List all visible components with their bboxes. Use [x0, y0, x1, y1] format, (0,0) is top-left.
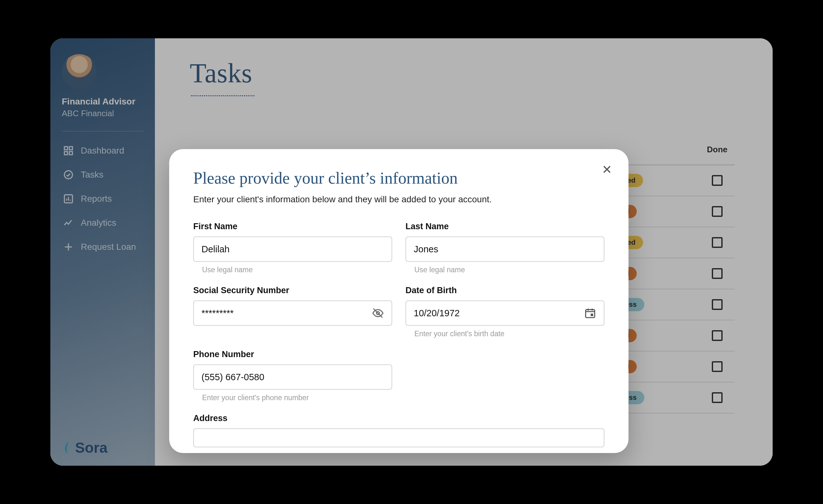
- ssn-label: Social Security Number: [193, 286, 392, 295]
- svg-rect-7: [586, 310, 595, 317]
- calendar-icon[interactable]: [584, 307, 596, 319]
- svg-rect-1: [69, 147, 72, 150]
- dob-label: Date of Birth: [405, 286, 605, 295]
- last-name-input-wrap[interactable]: [405, 237, 605, 262]
- done-checkbox[interactable]: [712, 206, 722, 217]
- address-input[interactable]: [201, 433, 596, 443]
- svg-rect-3: [69, 152, 72, 155]
- svg-rect-2: [64, 152, 67, 155]
- close-button[interactable]: [599, 162, 615, 177]
- address-input-wrap[interactable]: [193, 428, 605, 447]
- done-checkbox[interactable]: [712, 268, 722, 279]
- client-info-modal: Please provide your client’s information…: [169, 149, 629, 453]
- phone-label: Phone Number: [193, 349, 392, 359]
- avatar[interactable]: [62, 54, 97, 89]
- sidebar-item-request-loan[interactable]: Request Loan: [62, 236, 144, 258]
- field-address: Address: [193, 414, 605, 447]
- done-checkbox[interactable]: [712, 392, 722, 403]
- col-done-header: Done: [700, 145, 734, 155]
- brand: Sora: [62, 439, 144, 456]
- user-org: ABC Financial: [62, 108, 144, 118]
- field-dob: Date of Birth Enter your client's birth …: [405, 286, 605, 338]
- field-ssn: Social Security Number: [193, 286, 392, 338]
- bar-chart-icon: [63, 194, 74, 204]
- check-circle-icon: [63, 169, 74, 180]
- sidebar-item-reports[interactable]: Reports: [62, 188, 144, 210]
- first-name-input[interactable]: [201, 244, 384, 255]
- done-checkbox[interactable]: [712, 330, 722, 341]
- sidebar-item-tasks[interactable]: Tasks: [62, 164, 144, 186]
- ssn-input[interactable]: [201, 308, 368, 318]
- last-name-input[interactable]: [414, 244, 596, 255]
- dob-input[interactable]: [414, 308, 581, 318]
- done-checkbox[interactable]: [712, 237, 722, 248]
- sidebar-item-dashboard[interactable]: Dashboard: [62, 140, 144, 162]
- phone-input-wrap[interactable]: [193, 364, 392, 390]
- first-name-label: First Name: [193, 222, 392, 231]
- sidebar-item-label: Dashboard: [81, 146, 124, 156]
- field-last-name: Last Name Use legal name: [405, 222, 605, 274]
- sidebar: Financial Advisor ABC Financial Dashboar…: [50, 38, 155, 466]
- page-title-underline: [191, 95, 255, 96]
- address-label: Address: [193, 414, 605, 423]
- eye-off-icon[interactable]: [372, 307, 384, 319]
- ssn-input-wrap[interactable]: [193, 300, 392, 326]
- svg-rect-0: [64, 147, 67, 150]
- modal-title: Please provide your client’s information: [193, 169, 605, 188]
- svg-rect-8: [591, 314, 593, 316]
- last-name-label: Last Name: [405, 222, 605, 231]
- done-checkbox[interactable]: [712, 299, 722, 310]
- last-name-helper: Use legal name: [415, 266, 605, 274]
- phone-input[interactable]: [201, 372, 384, 383]
- dashboard-icon: [63, 145, 74, 156]
- sidebar-item-label: Request Loan: [81, 242, 136, 252]
- first-name-helper: Use legal name: [202, 266, 392, 274]
- modal-subtitle: Enter your client's information below an…: [193, 194, 605, 205]
- plus-icon: [63, 242, 74, 252]
- dob-helper: Enter your client's birth date: [415, 329, 605, 338]
- nav: Dashboard Tasks Reports: [62, 140, 144, 258]
- form-grid: First Name Use legal name Last Name Use …: [193, 222, 605, 447]
- field-first-name: First Name Use legal name: [193, 222, 392, 274]
- sidebar-divider: [62, 131, 144, 132]
- dob-input-wrap[interactable]: [405, 300, 605, 326]
- done-checkbox[interactable]: [712, 361, 722, 372]
- app-window: Financial Advisor ABC Financial Dashboar…: [50, 38, 773, 466]
- field-phone: Phone Number Enter your client's phone n…: [193, 349, 392, 402]
- brand-mark-icon: [62, 440, 72, 455]
- sidebar-item-analytics[interactable]: Analytics: [62, 212, 144, 234]
- page-title: Tasks: [190, 57, 747, 89]
- sidebar-item-label: Tasks: [81, 170, 104, 180]
- user-role: Financial Advisor: [62, 96, 144, 107]
- phone-helper: Enter your client's phone number: [202, 394, 392, 402]
- trend-icon: [63, 218, 74, 228]
- sidebar-item-label: Reports: [81, 194, 112, 204]
- brand-text: Sora: [75, 439, 108, 456]
- first-name-input-wrap[interactable]: [193, 237, 392, 262]
- sidebar-item-label: Analytics: [81, 218, 116, 228]
- done-checkbox[interactable]: [712, 175, 722, 186]
